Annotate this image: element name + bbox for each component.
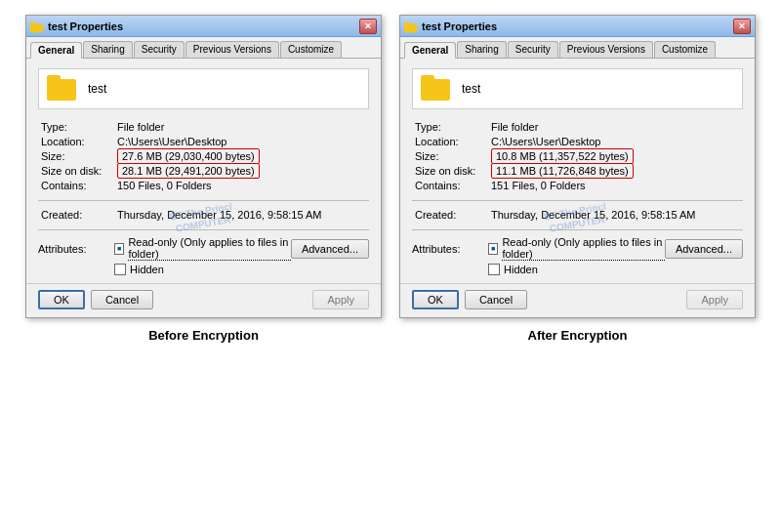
- after-created-table: Created: Thursday, December 15, 2016, 9:…: [412, 207, 743, 222]
- after-readonly-label: Read-only (Only applies to files in fold…: [502, 236, 665, 261]
- after-close-button[interactable]: ✕: [733, 19, 751, 34]
- before-caption: Before Encryption: [148, 328, 259, 343]
- after-advanced-button[interactable]: Advanced...: [665, 239, 743, 259]
- before-ok-button[interactable]: OK: [38, 290, 85, 309]
- after-title-bar: test Properties ✕: [400, 16, 755, 37]
- before-file-header: test: [38, 68, 369, 109]
- before-size-on-disk-label: Size on disk:: [38, 163, 114, 178]
- after-tab-general[interactable]: General: [404, 42, 456, 59]
- before-folder-icon: [47, 75, 78, 102]
- after-tabs-bar: General Sharing Security Previous Versio…: [400, 37, 755, 59]
- before-title-bar: test Properties ✕: [26, 16, 381, 37]
- before-tab-sharing[interactable]: Sharing: [83, 41, 132, 58]
- after-size-highlight: 10.8 MB (11,357,522 bytes): [491, 148, 634, 164]
- after-attributes-label: Attributes:: [412, 243, 488, 255]
- after-created-row: Created: Thursday, December 15, 2016, 9:…: [412, 207, 743, 222]
- before-attributes-label: Attributes:: [38, 243, 114, 255]
- after-created-label: Created:: [412, 207, 488, 222]
- after-cancel-button[interactable]: Cancel: [465, 290, 527, 309]
- after-size-row: Size: 10.8 MB (11,357,522 bytes): [412, 148, 743, 163]
- before-tab-security[interactable]: Security: [134, 41, 185, 58]
- before-size-row: Size: 27.6 MB (29,030,400 bytes): [38, 148, 369, 163]
- after-size-on-disk-label: Size on disk:: [412, 163, 488, 178]
- before-attr-left: Read-only (Only applies to files in fold…: [114, 236, 291, 261]
- after-readonly-row: Read-only (Only applies to files in fold…: [488, 236, 665, 261]
- after-panel-wrapper: test Properties ✕ General Sharing Securi…: [399, 15, 756, 343]
- before-readonly-checkbox[interactable]: [114, 243, 124, 255]
- before-tab-customize[interactable]: Customize: [280, 41, 342, 58]
- after-size-on-disk-row: Size on disk: 11.1 MB (11,726,848 bytes): [412, 163, 743, 178]
- before-tab-general[interactable]: General: [30, 42, 82, 59]
- before-size-on-disk-value: 28.1 MB (29,491,200 bytes): [114, 163, 369, 178]
- before-separator: [38, 200, 369, 201]
- before-dialog-title: test Properties: [48, 20, 123, 32]
- after-tab-customize[interactable]: Customize: [654, 41, 716, 58]
- before-location-value: C:\Users\User\Desktop: [114, 134, 369, 148]
- after-tab-security[interactable]: Security: [508, 41, 558, 58]
- after-bottom-buttons: OK Cancel Apply: [400, 283, 755, 317]
- after-separator: [412, 200, 743, 201]
- after-type-row: Type: File folder: [412, 119, 743, 134]
- before-close-button[interactable]: ✕: [359, 19, 377, 34]
- after-size-on-disk-value: 11.1 MB (11,726,848 bytes): [488, 163, 743, 178]
- after-dialog-title: test Properties: [422, 20, 497, 32]
- after-attributes-section: Attributes: Read-only (Only applies to f…: [412, 236, 743, 275]
- panels-row: test Properties ✕ General Sharing Securi…: [25, 15, 756, 343]
- after-ok-button[interactable]: OK: [412, 290, 459, 309]
- before-location-label: Location:: [38, 134, 114, 148]
- before-file-name: test: [88, 82, 106, 96]
- before-readonly-label: Read-only (Only applies to files in fold…: [128, 236, 291, 261]
- after-created-value: Thursday, December 15, 2016, 9:58:15 AM: [488, 207, 743, 222]
- before-location-row: Location: C:\Users\User\Desktop: [38, 134, 369, 148]
- before-title-bar-left: test Properties: [30, 20, 123, 33]
- before-tab-previous-versions[interactable]: Previous Versions: [185, 41, 279, 58]
- before-size-on-disk-highlight: 28.1 MB (29,491,200 bytes): [117, 163, 260, 179]
- after-size-label: Size:: [412, 148, 488, 163]
- before-size-value: 27.6 MB (29,030,400 bytes): [114, 148, 369, 163]
- after-type-label: Type:: [412, 119, 488, 134]
- before-type-label: Type:: [38, 119, 114, 134]
- after-tab-previous-versions[interactable]: Previous Versions: [559, 41, 653, 58]
- after-readonly-checkbox[interactable]: [488, 243, 498, 255]
- before-readonly-row: Read-only (Only applies to files in fold…: [114, 236, 291, 261]
- after-dialog-body: test Type: File folder Location: C:\User…: [400, 59, 755, 317]
- before-cancel-button[interactable]: Cancel: [91, 290, 153, 309]
- svg-rect-1: [30, 21, 36, 25]
- after-apply-button[interactable]: Apply: [686, 290, 743, 309]
- before-dialog: test Properties ✕ General Sharing Securi…: [25, 15, 382, 318]
- before-hidden-checkbox[interactable]: [114, 264, 126, 275]
- before-hidden-label: Hidden: [130, 264, 164, 275]
- after-folder-icon: [421, 75, 452, 102]
- before-attr-row-inline: Attributes: Read-only (Only applies to f…: [38, 236, 369, 261]
- after-file-name: test: [462, 82, 480, 96]
- before-folder-title-icon: [30, 20, 44, 33]
- before-hidden-row: Hidden: [114, 264, 369, 275]
- after-title-bar-left: test Properties: [404, 20, 497, 33]
- after-ok-cancel-row: OK Cancel: [412, 290, 527, 309]
- after-contains-label: Contains:: [412, 178, 488, 192]
- before-contains-value: 150 Files, 0 Folders: [114, 178, 369, 192]
- before-created-row: Created: Thursday, December 15, 2016, 9:…: [38, 207, 369, 222]
- after-size-on-disk-highlight: 11.1 MB (11,726,848 bytes): [491, 163, 634, 179]
- before-separator2: [38, 229, 369, 230]
- after-hidden-row: Hidden: [488, 264, 743, 275]
- before-created-label: Created:: [38, 207, 114, 222]
- before-advanced-button[interactable]: Advanced...: [291, 239, 369, 259]
- before-props-table: Type: File folder Location: C:\Users\Use…: [38, 119, 369, 192]
- after-attr-row-inline: Attributes: Read-only (Only applies to f…: [412, 236, 743, 261]
- after-attr-left: Read-only (Only applies to files in fold…: [488, 236, 665, 261]
- before-tabs-bar: General Sharing Security Previous Versio…: [26, 37, 381, 59]
- before-apply-button[interactable]: Apply: [312, 290, 369, 309]
- before-created-table: Created: Thursday, December 15, 2016, 9:…: [38, 207, 369, 222]
- before-ok-cancel-row: OK Cancel: [38, 290, 153, 309]
- after-separator2: [412, 229, 743, 230]
- after-hidden-checkbox[interactable]: [488, 264, 500, 275]
- before-type-row: Type: File folder: [38, 119, 369, 134]
- after-type-value: File folder: [488, 119, 743, 134]
- after-tab-sharing[interactable]: Sharing: [457, 41, 506, 58]
- before-type-value: File folder: [114, 119, 369, 134]
- before-size-label: Size:: [38, 148, 114, 163]
- before-size-on-disk-row: Size on disk: 28.1 MB (29,491,200 bytes): [38, 163, 369, 178]
- before-created-value: Thursday, December 15, 2016, 9:58:15 AM: [114, 207, 369, 222]
- after-props-table: Type: File folder Location: C:\Users\Use…: [412, 119, 743, 192]
